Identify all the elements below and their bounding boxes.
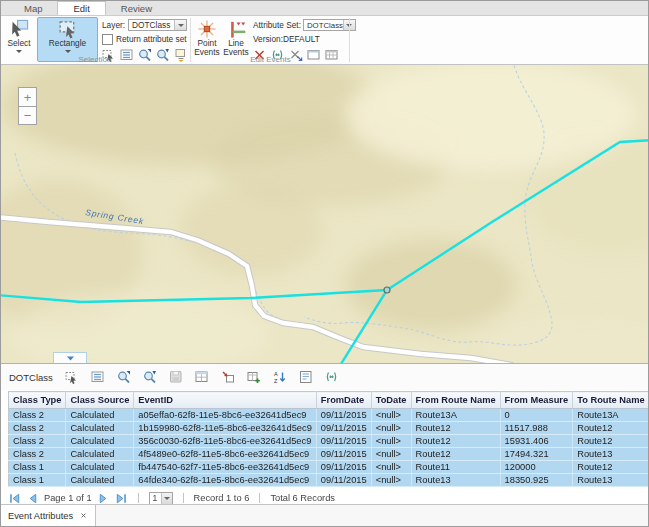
table-row[interactable]: Class 2Calculateda05effa0-62f8-11e5-8bc6… <box>9 409 649 422</box>
record-range-text: Record 1 to 6 <box>194 493 250 503</box>
table-cell: Class 2 <box>9 435 66 448</box>
selection-group-label: Selection <box>1 55 189 64</box>
table-cell: Route12 <box>411 448 500 461</box>
save-icon[interactable] <box>169 370 183 384</box>
table-cell: <null> <box>371 422 411 435</box>
last-page-icon[interactable] <box>115 492 128 505</box>
tab-map[interactable]: Map <box>9 1 57 15</box>
next-page-icon[interactable] <box>97 492 110 505</box>
table-cell: Route12 <box>411 422 500 435</box>
table-cell: 0 <box>500 409 573 422</box>
column-header[interactable]: From Route Name <box>411 392 500 409</box>
table-cell: Calculated <box>66 409 134 422</box>
table-cell: Route13 <box>573 474 649 487</box>
group-divider <box>349 18 350 62</box>
first-page-icon[interactable] <box>8 492 21 505</box>
export-selected-records-icon[interactable] <box>221 370 235 384</box>
table-cell: Calculated <box>66 422 134 435</box>
column-header[interactable]: To Route Name <box>573 392 649 409</box>
column-header[interactable]: Class Type <box>9 392 66 409</box>
page-number-combo[interactable]: 1 <box>149 492 173 505</box>
edit-events-group-label: Edit Events <box>193 55 348 64</box>
table-cell: Class 2 <box>9 422 66 435</box>
rectangle-tool-icon <box>58 19 78 39</box>
table-cell: Route13 <box>573 448 649 461</box>
table-cell: <null> <box>371 409 411 422</box>
table-row[interactable]: Class 1Calculatedfb447540-62f7-11e5-8bc6… <box>9 461 649 474</box>
table-cell: fb447540-62f7-11e5-8bc6-ee32641d5ec9 <box>134 461 317 474</box>
total-records-text: Total 6 Records <box>270 493 335 503</box>
attribute-set-combo[interactable]: DOTClass <box>303 19 356 31</box>
sort-records-icon[interactable]: AZ <box>273 370 287 384</box>
measure-icon[interactable] <box>325 370 339 384</box>
show-attributes-icon[interactable] <box>91 370 105 384</box>
divider <box>138 493 139 503</box>
table-cell: 09/11/2015 <box>316 435 371 448</box>
svg-text:Z: Z <box>274 378 278 384</box>
column-header[interactable]: ToDate <box>371 392 411 409</box>
chevron-down-icon <box>65 50 71 53</box>
select-tool-label: Select <box>7 39 30 48</box>
collapse-panel-button[interactable] <box>53 352 87 363</box>
table-cell: Calculated <box>66 474 134 487</box>
table-cell: Calculated <box>66 448 134 461</box>
table-row[interactable]: Class 2Calculated356c0030-62f8-11e5-8bc6… <box>9 435 649 448</box>
table-cell: Class 1 <box>9 461 66 474</box>
close-tab-icon[interactable] <box>79 511 88 520</box>
table-cell: Route12 <box>573 435 649 448</box>
tab-edit[interactable]: Edit <box>57 1 105 15</box>
zoom-to-selection-icon[interactable] <box>117 370 131 384</box>
pan-to-selection-icon[interactable] <box>143 370 157 384</box>
layer-combo-value: DOTClass <box>132 20 170 30</box>
layer-combo[interactable]: DOTClass <box>128 19 187 31</box>
table-cell: 18350.925 <box>500 474 573 487</box>
svg-text:A: A <box>274 371 278 377</box>
event-attributes-tab-label: Event Attributes <box>8 511 73 521</box>
map-view[interactable]: Spring Creek + − <box>1 65 649 363</box>
page-count-text: Page 1 of 1 <box>44 493 92 503</box>
table-cell: Class 2 <box>9 409 66 422</box>
chevron-down-icon <box>174 20 186 30</box>
point-events-icon <box>197 19 217 39</box>
event-attributes-tab[interactable]: Event Attributes <box>1 505 96 526</box>
column-header[interactable]: From Measure <box>500 392 573 409</box>
column-header[interactable]: Class Source <box>66 392 134 409</box>
route-junction-marker[interactable] <box>384 287 390 293</box>
select-records-icon[interactable] <box>65 370 79 384</box>
chevron-down-icon <box>161 493 172 504</box>
column-header[interactable]: EventID <box>134 392 317 409</box>
table-cell: Route13A <box>411 409 500 422</box>
version-label: Version:DEFAULT <box>253 34 320 44</box>
column-header[interactable]: FromDate <box>316 392 371 409</box>
ribbon: Select Rectangle Layer: DOTClass Return … <box>1 16 648 65</box>
table-cell: Route12 <box>573 422 649 435</box>
table-cell: <null> <box>371 474 411 487</box>
table-cell: 15931.406 <box>500 435 573 448</box>
table-cell: Calculated <box>66 461 134 474</box>
zoom-control: + − <box>18 87 37 125</box>
ribbon-tab-strip: MapEditReview <box>1 1 648 16</box>
switch-table-icon[interactable] <box>195 370 209 384</box>
table-cell: Class 2 <box>9 448 66 461</box>
table-cell: Route12 <box>411 435 500 448</box>
return-attribute-set-checkbox[interactable] <box>102 34 113 45</box>
table-cell: Class 1 <box>9 474 66 487</box>
line-events-icon <box>226 19 246 39</box>
zoom-in-button[interactable]: + <box>18 87 37 106</box>
table-cell: Route13 <box>411 474 500 487</box>
table-cell: 09/11/2015 <box>316 422 371 435</box>
add-records-icon[interactable] <box>247 370 261 384</box>
table-row[interactable]: Class 2Calculated4f5489e0-62f8-11e5-8bc6… <box>9 448 649 461</box>
previous-page-icon[interactable] <box>26 492 39 505</box>
table-cell: Route13A <box>573 409 649 422</box>
table-cell: <null> <box>371 448 411 461</box>
zoom-out-button[interactable]: − <box>18 106 37 125</box>
rectangle-tool-label: Rectangle <box>49 39 86 48</box>
table-cell: 09/11/2015 <box>316 474 371 487</box>
form-view-icon[interactable] <box>299 370 313 384</box>
table-row[interactable]: Class 1Calculated64fde340-62f8-11e5-8bc6… <box>9 474 649 487</box>
table-cell: 1b159980-62f8-11e5-8bc6-ee32641d5ec9 <box>134 422 317 435</box>
tab-review[interactable]: Review <box>106 1 167 15</box>
table-row[interactable]: Class 2Calculated1b159980-62f8-11e5-8bc6… <box>9 422 649 435</box>
table-cell: <null> <box>371 435 411 448</box>
